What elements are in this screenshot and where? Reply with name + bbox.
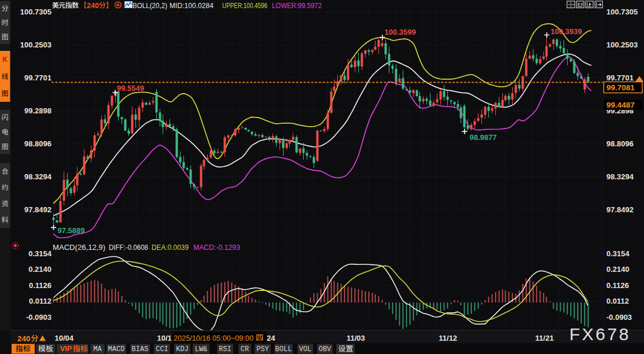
svg-text:K: K — [2, 56, 8, 64]
svg-text:MACD: MACD — [108, 345, 125, 353]
svg-text:MACD:-0.1293: MACD:-0.1293 — [193, 243, 240, 252]
svg-text:LOWER:99.5972: LOWER:99.5972 — [272, 1, 322, 10]
svg-text:BIAS: BIAS — [132, 345, 149, 353]
svg-text:0.3154: 0.3154 — [28, 249, 52, 258]
svg-text:-0.0903: -0.0903 — [606, 313, 632, 322]
svg-text:BOLL(20,2): BOLL(20,2) — [133, 1, 167, 10]
svg-text:99.4487: 99.4487 — [606, 101, 635, 109]
svg-text:BOLL: BOLL — [275, 345, 292, 353]
svg-text:2025/10/16 05:00~09:00: 2025/10/16 05:00~09:00 — [174, 334, 253, 342]
svg-text:98.3294: 98.3294 — [24, 172, 52, 181]
svg-text:11/03: 11/03 — [347, 334, 365, 342]
svg-text:99.2898: 99.2898 — [24, 106, 51, 115]
svg-text:100.3599: 100.3599 — [385, 28, 416, 36]
svg-text:98.3294: 98.3294 — [606, 172, 634, 181]
svg-text:0.0112: 0.0112 — [606, 297, 629, 305]
svg-text:0.3154: 0.3154 — [606, 249, 630, 258]
svg-text:0.0112: 0.0112 — [29, 297, 51, 305]
svg-text:DEA:0.0039: DEA:0.0039 — [152, 243, 189, 252]
svg-text:VIP: VIP — [60, 345, 72, 353]
svg-text:240: 240 — [17, 334, 31, 343]
svg-text:0.2140: 0.2140 — [28, 265, 51, 274]
svg-text:99.7701: 99.7701 — [24, 73, 51, 82]
svg-text:DIFF:-0.0608: DIFF:-0.0608 — [109, 243, 148, 252]
svg-text:240: 240 — [87, 2, 99, 10]
svg-text:MID:100.0284: MID:100.0284 — [170, 1, 214, 10]
svg-text:MA: MA — [93, 345, 102, 353]
svg-text:0.1126: 0.1126 — [29, 281, 51, 290]
svg-text:100.3939: 100.3939 — [551, 27, 582, 36]
svg-text:100.2503: 100.2503 — [606, 40, 638, 49]
svg-text:100.7305: 100.7305 — [20, 8, 51, 16]
svg-text:RSI: RSI — [219, 345, 231, 353]
svg-text:CCI: CCI — [156, 345, 168, 353]
svg-text:11/12: 11/12 — [439, 334, 457, 342]
svg-text:98.8096: 98.8096 — [24, 139, 51, 148]
svg-text:PSY: PSY — [256, 345, 269, 353]
svg-text:99.7081: 99.7081 — [606, 83, 635, 92]
svg-text:97.8492: 97.8492 — [606, 205, 634, 214]
svg-text:24: 24 — [267, 334, 275, 342]
svg-text:100.2503: 100.2503 — [20, 40, 51, 49]
svg-text:11/21: 11/21 — [535, 334, 554, 342]
svg-text:97.8492: 97.8492 — [24, 205, 51, 214]
svg-text:MACD(26,12,9): MACD(26,12,9) — [53, 243, 105, 252]
svg-text:KDJ: KDJ — [176, 345, 189, 353]
svg-text:10/04: 10/04 — [54, 334, 73, 342]
svg-text:LW&: LW& — [195, 345, 208, 353]
svg-text:99.7701: 99.7701 — [606, 73, 634, 82]
svg-text:100.7305: 100.7305 — [606, 8, 638, 16]
svg-text:99.5549: 99.5549 — [117, 84, 144, 93]
svg-text:0.1126: 0.1126 — [606, 281, 629, 290]
svg-text:VOL: VOL — [299, 345, 312, 353]
svg-text:OBV: OBV — [319, 345, 332, 353]
svg-text:FX678: FX678 — [569, 325, 631, 344]
svg-text:98.9877: 98.9877 — [470, 133, 497, 142]
svg-text:98.8096: 98.8096 — [606, 139, 634, 148]
svg-text:-0.0903: -0.0903 — [26, 313, 51, 322]
svg-text:0.2140: 0.2140 — [606, 265, 630, 274]
svg-text:CR: CR — [241, 345, 249, 353]
svg-text:97.5889: 97.5889 — [58, 226, 85, 235]
svg-text:UPPER:100.4596: UPPER:100.4596 — [222, 1, 267, 10]
